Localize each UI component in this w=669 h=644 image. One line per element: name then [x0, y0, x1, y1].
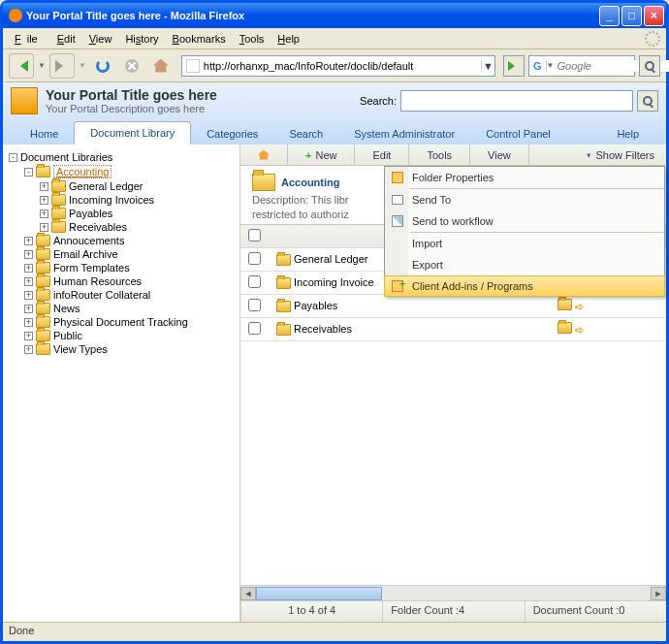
tree-item[interactable]: Payables [69, 208, 112, 219]
tree-item[interactable]: General Ledger [69, 180, 143, 192]
tree-expander[interactable]: + [24, 264, 33, 273]
action-tools[interactable]: Tools [409, 145, 470, 165]
row-name[interactable]: Payables [294, 300, 337, 311]
horizontal-scrollbar[interactable]: ◄ ► [240, 585, 666, 600]
menu-history[interactable]: History [119, 31, 164, 47]
nav-control-panel[interactable]: Control Panel [470, 123, 566, 145]
tree-item[interactable]: Annoucements [53, 235, 124, 246]
tree-expander[interactable]: + [24, 345, 33, 354]
tree-expander[interactable]: + [40, 223, 48, 232]
maximize-button[interactable]: □ [621, 6, 642, 26]
tree-expander[interactable]: + [40, 182, 48, 191]
tree-expander[interactable]: + [24, 305, 33, 313]
arrow-right-icon[interactable]: ➪ [575, 301, 584, 312]
tree-expander[interactable]: + [24, 277, 33, 286]
tree-item[interactable]: Public [53, 330, 82, 341]
action-new[interactable]: +New [288, 145, 355, 165]
minimize-button[interactable]: _ [599, 6, 620, 26]
scrollbar-thumb[interactable] [256, 587, 382, 600]
tree-item[interactable]: Incoming Invoices [69, 194, 154, 206]
tree-expander[interactable]: + [24, 237, 33, 245]
nav-search[interactable]: Search [273, 123, 338, 145]
reload-button[interactable] [90, 53, 115, 79]
table-row[interactable]: Payables ➪ [240, 295, 666, 318]
close-button[interactable]: × [644, 6, 664, 26]
nav-home[interactable]: Home [15, 123, 74, 145]
row-checkbox[interactable] [248, 252, 261, 265]
arrow-left-icon [15, 60, 28, 72]
row-name[interactable]: General Ledger [294, 253, 367, 265]
row-name[interactable]: Incoming Invoice [294, 276, 374, 288]
menu-edit[interactable]: Edit [51, 31, 81, 47]
nav-categories[interactable]: Categories [191, 123, 273, 145]
portal-search-button[interactable] [637, 90, 658, 112]
menu-send-to-workflow[interactable]: Send to workflow [385, 210, 664, 232]
menu-tools[interactable]: Tools [234, 31, 271, 47]
workflow-icon [392, 215, 403, 227]
tree-root-label: Document Libraries [20, 151, 112, 163]
menu-client-addins[interactable]: +Client Add-ins / Programs [384, 275, 665, 297]
url-input[interactable] [204, 57, 481, 75]
tree-item[interactable]: Receivables [69, 221, 127, 233]
forward-button[interactable] [49, 53, 75, 79]
tree-item-accounting[interactable]: Accounting [56, 166, 109, 177]
url-dropdown[interactable]: ▼ [481, 60, 494, 72]
tree-expander[interactable]: + [24, 250, 33, 259]
tree-item[interactable]: Form Templates [53, 262, 130, 274]
tree-expander[interactable]: + [24, 318, 33, 327]
tree-expander[interactable]: + [24, 332, 33, 340]
google-icon[interactable]: G [529, 60, 547, 72]
tree-item[interactable]: News [53, 303, 80, 314]
row-checkbox[interactable] [248, 322, 261, 335]
tree-item[interactable]: Human Resources [53, 275, 142, 287]
menu-help[interactable]: Help [271, 31, 305, 47]
browser-searchbox[interactable]: G▼ [528, 55, 635, 77]
action-view[interactable]: View [470, 145, 529, 165]
portal-title: Your Portal Title goes here [46, 87, 217, 103]
scroll-right-button[interactable]: ► [651, 587, 666, 600]
portal-search-label: Search: [360, 95, 397, 107]
tree-expander[interactable]: + [40, 209, 48, 218]
tree-item[interactable]: infoRouter Collateral [53, 289, 150, 301]
action-edit[interactable]: Edit [355, 145, 409, 165]
tree-expander[interactable]: - [9, 153, 17, 162]
menu-bookmarks[interactable]: Bookmarks [167, 31, 232, 47]
folder-icon [36, 289, 50, 301]
tree-expander[interactable]: + [40, 196, 48, 205]
menu-view[interactable]: View [83, 31, 118, 47]
stop-button[interactable] [119, 53, 144, 79]
tree-item[interactable]: View Types [53, 343, 108, 355]
menu-file[interactable]: File [9, 31, 49, 47]
folder-icon [558, 299, 572, 310]
select-all-checkbox[interactable] [248, 229, 261, 242]
portal-search-input[interactable] [400, 90, 633, 112]
action-show-filters[interactable]: ▾Show Filters [575, 145, 666, 165]
back-button[interactable] [9, 53, 34, 79]
arrow-right-icon[interactable]: ➪ [575, 324, 584, 336]
nav-help[interactable]: Help [601, 123, 654, 145]
action-home[interactable] [240, 145, 288, 165]
action-toolbar: +New Edit Tools View ▾Show Filters [240, 145, 666, 166]
tree-item[interactable]: Email Archive [53, 248, 118, 260]
menu-folder-properties[interactable]: Folder Properties [385, 167, 664, 188]
home-button[interactable] [148, 53, 174, 79]
row-name[interactable]: Receivables [294, 323, 352, 335]
menu-send-to[interactable]: Send To [385, 189, 664, 210]
menu-export[interactable]: Export [385, 254, 664, 275]
scroll-left-button[interactable]: ◄ [240, 587, 256, 600]
nav-system-administrator[interactable]: System Administrator [338, 123, 470, 145]
nav-document-library[interactable]: Document Library [74, 121, 191, 145]
row-checkbox[interactable] [248, 299, 261, 311]
folder-icon [36, 248, 50, 260]
menu-import[interactable]: Import [385, 233, 664, 254]
row-checkbox[interactable] [248, 275, 261, 288]
table-row[interactable]: Receivables ➪ [240, 318, 666, 341]
browser-search-button[interactable] [639, 55, 660, 77]
tree-expander[interactable]: + [24, 291, 33, 300]
tree-expander[interactable]: - [24, 168, 33, 177]
folder-icon [252, 174, 275, 191]
folder-icon [36, 275, 50, 287]
url-bar[interactable]: ▼ [181, 55, 495, 77]
tree-item[interactable]: Physical Document Tracking [53, 316, 188, 328]
go-button[interactable] [503, 55, 525, 77]
